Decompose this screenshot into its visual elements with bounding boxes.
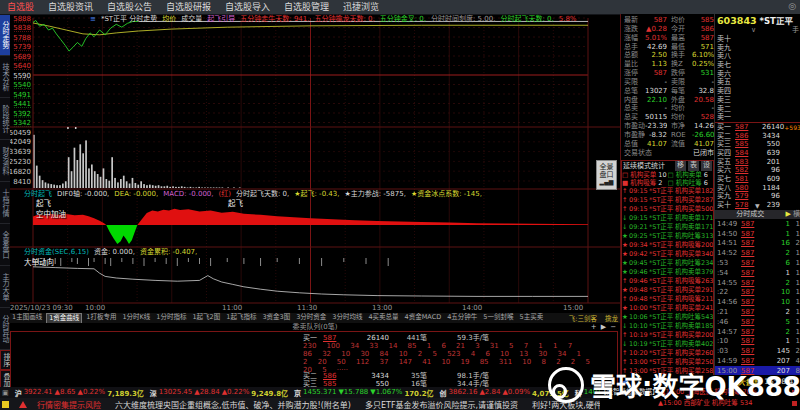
tick-row[interactable]: :53 587 6 1 — [715, 258, 800, 268]
tick-row[interactable]: 14:51 587 16 2 — [715, 238, 800, 248]
mode-event-row[interactable]: ↑ 09:46 *ST正平 机构吸筹 2630 — [622, 277, 713, 286]
settings-icon[interactable]: ◎ — [788, 1, 796, 11]
mode-event-row[interactable]: ★ 09:34 *ST正平 机构吸筹 2000 — [622, 241, 713, 250]
mode-event-row[interactable]: ★ 09:42 *ST正平 机构买单 3406 — [622, 250, 713, 259]
buy-level-row[interactable]: 买九 579 96 — [715, 192, 800, 201]
menu-item[interactable]: 自选股研报 — [159, 0, 218, 14]
mode-event-row[interactable]: ★ 10:06 *ST正平 机构吐筹 5433 — [622, 313, 713, 322]
buy-level-row[interactable]: 买四 584 639 — [715, 149, 800, 158]
period-tab[interactable]: 5主买卖 — [518, 313, 546, 323]
buy-level-row[interactable]: 买五 583 201 — [715, 158, 800, 167]
buy-level-row[interactable]: 买二 586 3434 — [715, 132, 800, 141]
queue-control-button[interactable]: − — [610, 323, 616, 331]
left-tab[interactable]: 全景盘口 — [0, 224, 10, 266]
news-ticker[interactable]: 行情密集提示风险六大维度梳理央国企重组概念,低市值、破净、并购潜力股!(附名单)… — [0, 398, 622, 410]
period-tab[interactable]: 1资金曲线 — [46, 313, 82, 323]
mode-event-row[interactable]: ↑ 09:15 *ST正平 机构买单 5000 — [622, 205, 713, 214]
panorama-quote-button[interactable]: 全景 盘口 ▂▄▆ — [596, 160, 617, 190]
mode-event-row[interactable]: ↑ 09:15 *ST正平 机构买单 2879 — [622, 196, 713, 205]
mode-event-row[interactable]: ↑ 10:20 *ST正平 机构买单 2600 — [622, 349, 713, 358]
period-tab[interactable]: 1分时指标 — [154, 313, 188, 323]
sell-level-row[interactable]: 卖三 — [715, 96, 800, 105]
left-tab[interactable]: 分时异动 — [0, 308, 10, 350]
mode-button[interactable]: 表 — [688, 161, 699, 171]
mode-event-row[interactable]: ↓ 10:10 *ST正平 机构卖单 1858 — [622, 322, 713, 331]
sell-level-row[interactable]: 卖八 — [715, 52, 800, 61]
left-tab[interactable]: 阶段统计 — [0, 98, 10, 140]
tick-row[interactable]: :21 587 2 1 — [715, 307, 800, 317]
mode-event-row[interactable]: ↑ 10:19 *ST正平 机构买单 2001 — [622, 331, 713, 340]
mode-event-row[interactable]: ★ 09:25 *ST正平 机构吐筹 3130 — [622, 232, 713, 241]
period-tab[interactable]: 3资金3图 — [260, 313, 292, 323]
sell-level-row[interactable]: 卖五 — [715, 78, 800, 87]
buy-level-row[interactable]: 买十 578 ▼ 239 — [715, 201, 800, 210]
tick-row[interactable]: :54 587 1 1 — [715, 268, 800, 278]
left-tab[interactable]: 十档行情 — [0, 182, 10, 224]
tick-row[interactable]: 14:59 587 207 4 — [715, 356, 800, 366]
left-tab[interactable]: 分时走势 — [0, 14, 10, 56]
tick-row[interactable]: 14:50 587 1 1 — [715, 229, 800, 239]
tick-row[interactable]: :22 587 10 1 — [715, 287, 800, 297]
mode-event-row[interactable]: ↑ 09:48 *ST正平 机构吸筹 2119 — [622, 295, 713, 304]
mode-event-row[interactable]: ↓ 10:19 *ST正平 机构卖单 4021 — [622, 340, 713, 349]
tick-row[interactable]: 14:57 587 2 1 — [715, 327, 800, 337]
left-tab[interactable]: 主力大单 — [0, 266, 10, 308]
menu-item[interactable]: 自选股公告 — [100, 0, 159, 14]
sell-level-row[interactable]: 卖十 — [715, 35, 800, 44]
buy-level-row[interactable]: 买七 581 609 — [715, 175, 800, 184]
mode-filter-checkbox[interactable]: □ 机构吐筹 6 — [668, 179, 714, 187]
mode-button[interactable]: 设 — [701, 161, 712, 171]
queue-control-button[interactable]: ▶ — [601, 323, 606, 331]
tick-row[interactable]: 14:52 587 2 1 — [715, 248, 800, 258]
tick-row[interactable]: 14:55 587 2 1 — [715, 278, 800, 288]
period-tab[interactable]: 1起飞指标 — [224, 313, 258, 323]
grid-icon[interactable]: ▣ — [2, 389, 9, 397]
period-tab[interactable]: 1主图画线 — [10, 313, 44, 323]
menu-item[interactable]: 迅捷浏览 — [336, 0, 386, 14]
news-headline[interactable]: 行情密集提示风险 — [37, 399, 101, 410]
queue-level-row[interactable]: 买一 587 26140 441笔 59.3手/笔 — [303, 334, 489, 342]
menu-item[interactable]: 自选股管理 — [277, 0, 336, 14]
sell-level-row[interactable]: 卖六 — [715, 70, 800, 79]
mode-filter-checkbox[interactable]: ■ 机构吸筹 2 — [622, 179, 668, 187]
queue-level-row[interactable]: 买二 586 3434 35笔 98.1手/笔 — [303, 372, 489, 380]
mode-event-row[interactable]: ★ 09:46 *ST正平 机构卖单 3791 — [622, 268, 713, 277]
mode-event-row[interactable]: ↓ 09:21 *ST正平 机构卖单 1717 — [622, 223, 713, 232]
period-tab[interactable]: 3分时均线 — [330, 313, 364, 323]
mode-event-row[interactable]: ★ 09:45 *ST正平 机构吐筹 2340 — [622, 259, 713, 268]
sell-level-row[interactable]: 卖一 — [715, 113, 800, 122]
period-tab[interactable]: 1打板专用 — [84, 313, 118, 323]
tick-row[interactable]: :03 587 145 2 — [715, 346, 800, 356]
period-tab[interactable]: 4五分钟牛 — [445, 313, 479, 323]
sell-level-row[interactable]: 卖七 — [715, 61, 800, 70]
sell-level-row[interactable]: 卖四 — [715, 87, 800, 96]
news-headline[interactable]: 多只ETF基金发布溢价风险提示,请谨慎投资 — [365, 399, 518, 410]
period-tab[interactable]: 4买卖总量 — [366, 313, 400, 323]
mode-event-row[interactable]: ↑ 09:15 *ST正平 机构买单 1821 — [622, 187, 713, 196]
buy-level-row[interactable]: 买三 585 550 — [715, 140, 800, 149]
mode-event-row[interactable]: ★ 09:48 *ST正平 机构买单 2914 — [622, 286, 713, 295]
period-tab[interactable]: 4资金MACD — [403, 313, 444, 323]
left-tab[interactable]: 财务资料 — [0, 140, 10, 182]
mode-filter-checkbox[interactable]: □ 机构卖单 6 — [668, 171, 714, 179]
tick-row[interactable]: 14:56 587 10 1 — [715, 297, 800, 307]
layout-toggle-button[interactable]: 横 — [793, 210, 800, 219]
tick-row[interactable]: :46 587 5 1 — [715, 317, 800, 327]
menu-item[interactable]: 自选股导入 — [218, 0, 277, 14]
mode-event-row[interactable]: ★ 10:00 *ST正平 机构买单 2418 — [622, 304, 713, 313]
sell-level-row[interactable]: 卖二 — [715, 105, 800, 114]
menu-item[interactable]: 自选股 — [0, 0, 41, 14]
buy-level-row[interactable]: 买六 582 96 — [715, 166, 800, 175]
period-tab-extra[interactable]: 擒龙 — [603, 313, 620, 323]
expand-icon[interactable]: ▶ — [786, 210, 793, 219]
buy-level-row[interactable]: 买一 587 26140 +5933 — [715, 123, 800, 132]
news-headline[interactable]: 六大维度梳理央国企重组概念,低市值、破净、并购潜力股!(附名单) — [115, 399, 351, 410]
mode-event-row[interactable]: ↓ 09:15 *ST正平 机构卖单 1710 — [622, 214, 713, 223]
mode-button[interactable]: 移 — [675, 161, 686, 171]
tick-row[interactable]: 14:49 587 1 1 — [715, 219, 800, 229]
stock-header[interactable]: 603843 *ST正平 — [715, 14, 800, 27]
menu-item[interactable]: 自选股资讯 — [41, 0, 100, 14]
period-tab-extra[interactable]: 飞:三剑客 — [567, 313, 599, 323]
mode-filter-checkbox[interactable]: □ 机构买单 10 — [622, 171, 668, 179]
queue-control-button[interactable]: + — [591, 323, 597, 331]
